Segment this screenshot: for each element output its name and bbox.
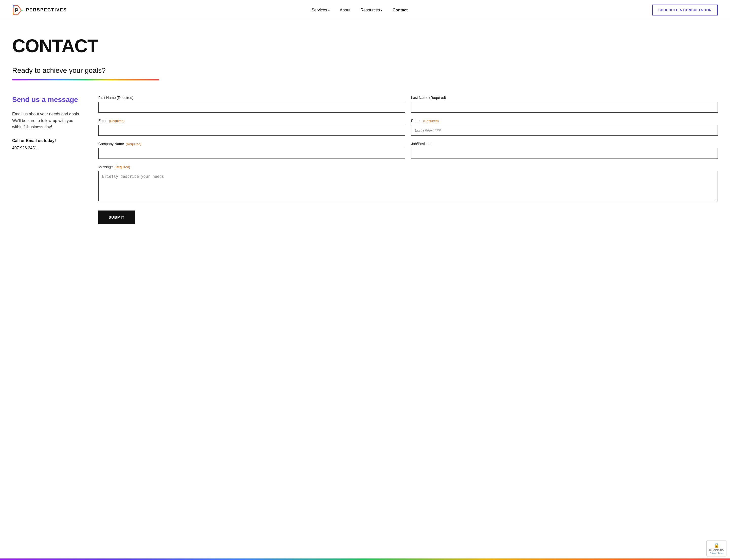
form-sidebar: Send us a message Email us about your ne…: [12, 96, 83, 159]
company-group: Company Name (Required): [98, 142, 405, 159]
name-row: First Name (Required) Last Name (Require…: [98, 96, 718, 113]
company-input[interactable]: [98, 148, 405, 159]
nav-links: Services▾ About Resources▾ Contact: [312, 8, 407, 12]
phone-group: Phone (Required): [411, 119, 718, 136]
email-required: (Required): [109, 119, 125, 123]
nav-item-about[interactable]: About: [340, 8, 351, 12]
logo-icon: P: [12, 5, 23, 16]
first-name-input[interactable]: [98, 102, 405, 113]
form-sidebar-description: Email us about your needs and goals. We'…: [12, 111, 83, 130]
form-sidebar-heading: Send us a message: [12, 96, 83, 104]
form-section: Send us a message Email us about your ne…: [12, 96, 718, 224]
message-label: Message (Required): [98, 165, 718, 169]
company-job-row: Company Name (Required) Job/Position: [98, 142, 718, 159]
contact-form: First Name (Required) Last Name (Require…: [98, 96, 718, 224]
main-content: CONTACT Ready to achieve your goals? Sen…: [0, 20, 730, 244]
submit-button[interactable]: SUBMIT: [98, 211, 135, 224]
navbar: P PERSPECTIVES Services▾ About Resources…: [0, 0, 730, 20]
chevron-down-icon: ▾: [328, 9, 330, 12]
first-name-group: First Name (Required): [98, 96, 405, 113]
job-label: Job/Position: [411, 142, 718, 146]
phone-label: Phone (Required): [411, 119, 718, 123]
nav-item-contact[interactable]: Contact: [392, 8, 408, 12]
schedule-consultation-button[interactable]: SCHEDULE A CONSULTATION: [652, 5, 718, 15]
call-label: Call or Email us today!: [12, 137, 83, 144]
last-name-label: Last Name (Required): [411, 96, 718, 100]
last-name-input[interactable]: [411, 102, 718, 113]
email-input[interactable]: [98, 125, 405, 136]
page-title: CONTACT: [12, 36, 718, 56]
company-label: Company Name (Required): [98, 142, 405, 146]
job-group: Job/Position: [411, 142, 718, 159]
message-textarea[interactable]: [98, 171, 718, 201]
company-required: (Required): [126, 142, 141, 146]
email-group: Email (Required): [98, 119, 405, 136]
nav-item-resources[interactable]: Resources▾: [361, 8, 382, 12]
page-subtitle: Ready to achieve your goals?: [12, 66, 718, 75]
phone-input[interactable]: [411, 125, 718, 136]
email-label: Email (Required): [98, 119, 405, 123]
rainbow-divider: [12, 79, 159, 80]
nav-item-services[interactable]: Services▾: [312, 8, 330, 12]
first-name-label: First Name (Required): [98, 96, 405, 100]
job-input[interactable]: [411, 148, 718, 159]
email-phone-row: Email (Required) Phone (Required): [98, 119, 718, 136]
phone-number: 407.926.2451: [12, 145, 83, 151]
svg-text:P: P: [15, 7, 19, 13]
logo-text: PERSPECTIVES: [26, 7, 67, 13]
last-name-group: Last Name (Required): [411, 96, 718, 113]
phone-required: (Required): [423, 119, 438, 123]
message-required: (Required): [115, 165, 130, 169]
message-group: Message (Required): [98, 165, 718, 201]
message-row: Message (Required): [98, 165, 718, 201]
chevron-down-icon: ▾: [381, 9, 382, 12]
logo[interactable]: P PERSPECTIVES: [12, 5, 67, 16]
